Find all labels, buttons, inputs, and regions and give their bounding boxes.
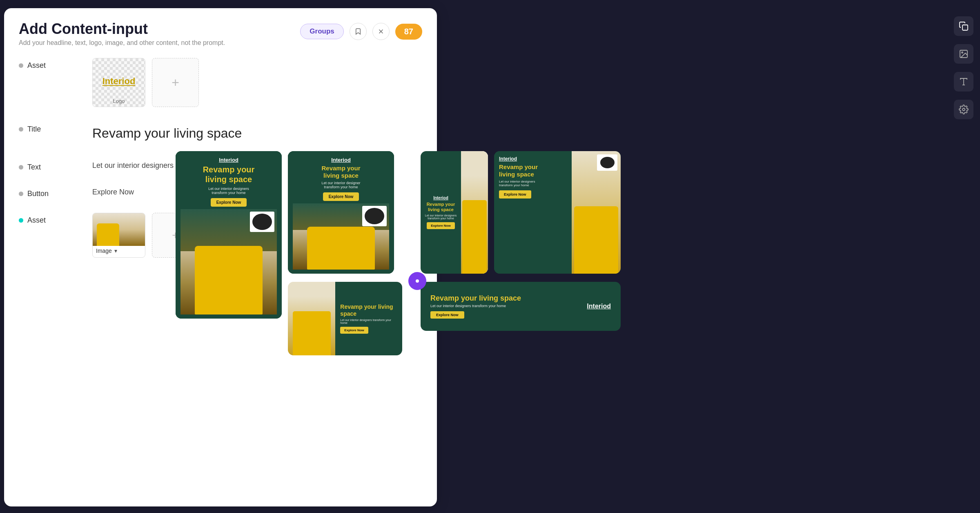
header-actions: Groups 87 (300, 23, 422, 40)
logo-box[interactable]: Interiod Logo (92, 58, 145, 107)
chair-3 (462, 200, 486, 274)
asset2-dot (19, 218, 23, 223)
asset-content: Interiod Logo + (92, 58, 422, 107)
ad-card-3: Interiod Revamp your living space Let ou… (421, 151, 488, 274)
card-6-content: Revamp your living space Let our interio… (421, 282, 621, 331)
count-badge: 87 (395, 24, 422, 40)
bookmark-button[interactable] (350, 23, 367, 40)
image-label-row: Image ▾ (93, 246, 145, 256)
yellow-chair-1 (195, 246, 262, 314)
title-preview[interactable]: Revamp your living space (92, 122, 422, 145)
asset-dot (19, 63, 23, 68)
sidebar-settings-icon[interactable] (954, 100, 973, 119)
interior-image (93, 213, 145, 246)
card-6-headline: Revamp your living space (430, 294, 580, 303)
frame-art-inner-2 (365, 208, 384, 224)
button-dot (19, 192, 23, 196)
cards-container: Interiod Revamp yourliving space Let our… (176, 151, 972, 511)
frame-art-inner-1 (252, 214, 272, 230)
yellow-chair-2 (307, 227, 374, 270)
card-3-content: Interiod Revamp your living space Let ou… (421, 151, 488, 274)
chair-5 (293, 311, 331, 355)
title-section-label: Title (19, 122, 92, 134)
card-1-body: Let our interior designerstransform your… (208, 187, 249, 195)
sidebar-image-icon[interactable] (954, 44, 973, 64)
card-5-headline: Revamp your living space (340, 303, 397, 317)
card-4-cta[interactable]: Explore Now (499, 190, 531, 199)
card-5-body: Let our interior designers transform you… (340, 319, 397, 324)
card-6-logo: Interiod (587, 303, 611, 310)
card-3-cta[interactable]: Explore Now (427, 222, 454, 229)
card-2-content: Interiod Revamp yourliving space Let our… (288, 151, 394, 274)
frame-inner-4 (600, 157, 615, 168)
card-1-content: Interiod Revamp yourliving space Let our… (176, 151, 282, 319)
card-3-headline: Revamp your living space (425, 202, 457, 212)
card-6-body: Let our interior designers transform you… (430, 304, 580, 308)
purple-dot-indicator (408, 272, 426, 290)
button-section-label: Button (19, 186, 92, 198)
logo-label: Logo (113, 98, 125, 104)
ad-card-6: Revamp your living space Let our interio… (421, 282, 621, 331)
close-button[interactable] (372, 23, 390, 40)
asset-section-label: Asset (19, 58, 92, 70)
card-2-logo: Interiod (331, 157, 351, 163)
card-5-cta[interactable]: Explore Now (340, 327, 368, 334)
card-4-content: Interiod Revamp yourliving space Let our… (494, 151, 621, 274)
card-2-body: Let our interior designertransform your … (321, 181, 360, 189)
frame-art-2 (362, 206, 387, 226)
ad-card-5: Revamp your living space Let our interio… (288, 282, 402, 355)
panel-header: Add Content-input Add your headline, tex… (19, 20, 422, 47)
card-1-headline: Revamp yourliving space (203, 165, 255, 184)
title-content: Revamp your living space (92, 122, 422, 145)
card-2-image (293, 203, 389, 270)
card-3-logo: Interiod (433, 196, 448, 200)
image-box[interactable]: Image ▾ (92, 213, 145, 258)
card-5-content: Revamp your living space Let our interio… (288, 282, 402, 355)
ad-card-4: Interiod Revamp yourliving space Let our… (494, 151, 621, 274)
title-block: Add Content-input Add your headline, tex… (19, 20, 225, 47)
chair-4 (574, 206, 618, 274)
sidebar-text-style-icon[interactable] (954, 72, 973, 91)
card-4-image (572, 151, 621, 274)
image-label: Image (96, 248, 112, 254)
card-1-cta[interactable]: Explore Now (211, 198, 247, 207)
frame-art-4 (597, 154, 617, 171)
frame-art-1 (250, 212, 274, 232)
card-3-text-col: Interiod Revamp your living space Let ou… (421, 151, 461, 274)
asset-section: Asset Interiod Logo + (19, 58, 422, 107)
logo-overlay-text: Interiod (102, 76, 136, 87)
card-2-cta[interactable]: Explore Now (323, 192, 359, 201)
card-6-text: Revamp your living space Let our interio… (430, 294, 580, 319)
text-dot (19, 165, 23, 170)
ad-card-1: Interiod Revamp yourliving space Let our… (176, 151, 282, 319)
card-3-body: Let our interior designers transform you… (425, 214, 457, 220)
title-dot (19, 127, 23, 132)
groups-button[interactable]: Groups (300, 24, 343, 39)
page-title: Add Content-input (19, 20, 225, 38)
text-section-label: Text (19, 160, 92, 172)
ad-card-2: Interiod Revamp yourliving space Let our… (288, 151, 394, 274)
card-5-image (288, 282, 335, 355)
asset2-section-label: Asset (19, 213, 92, 225)
asset-row: Interiod Logo + (92, 58, 422, 107)
card-6-cta[interactable]: Explore Now (430, 311, 464, 319)
card-3-image (461, 151, 488, 274)
sidebar-copy-icon[interactable] (954, 16, 973, 36)
page-subtitle: Add your headline, text, logo, image, an… (19, 39, 225, 47)
chevron-down-icon: ▾ (114, 248, 117, 254)
right-sidebar (947, 8, 980, 172)
card-5-text: Revamp your living space Let our interio… (335, 282, 402, 355)
card-1-image (180, 209, 277, 314)
add-asset-button[interactable]: + (152, 58, 199, 107)
card-1-logo: Interiod (219, 157, 238, 163)
svg-point-7 (962, 108, 965, 111)
title-section: Title Revamp your living space (19, 122, 422, 145)
chair-shape (97, 223, 119, 246)
svg-point-4 (962, 52, 963, 53)
card-2-headline: Revamp yourliving space (321, 165, 360, 179)
svg-rect-2 (962, 25, 968, 30)
